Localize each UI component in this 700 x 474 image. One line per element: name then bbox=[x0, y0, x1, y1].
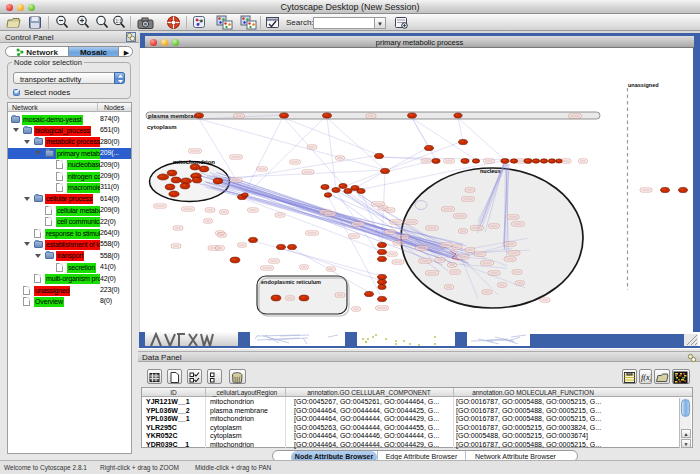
svg-text:unassigned: unassigned bbox=[628, 82, 659, 88]
svg-text:endoplasmic reticulum: endoplasmic reticulum bbox=[261, 279, 321, 285]
svg-text:cytoplasm: cytoplasm bbox=[147, 124, 177, 130]
svg-text:nucleus: nucleus bbox=[480, 168, 501, 174]
svg-text:plasma membrane: plasma membrane bbox=[148, 113, 201, 119]
svg-text:f(x): f(x) bbox=[641, 373, 651, 382]
svg-text:1:1: 1:1 bbox=[116, 19, 123, 24]
